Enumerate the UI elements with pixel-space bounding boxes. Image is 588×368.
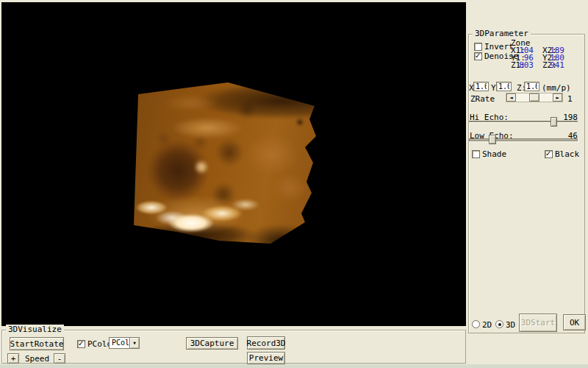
visualize-group-title: 3DVisualize (6, 325, 64, 334)
shade-checkbox[interactable]: ✓ (472, 150, 480, 158)
parameter-groupbox: 3DParameter ✓ Invert ✓ Denoise Zone X1: … (468, 34, 585, 333)
invert-checkbox[interactable]: ✓ (474, 43, 482, 51)
parameter-group-title: 3DParameter (473, 29, 531, 38)
denoise-checkbox[interactable]: ✓ (474, 52, 482, 60)
low-echo-slider-thumb[interactable] (489, 135, 496, 144)
render-viewport[interactable] (1, 2, 466, 326)
zrate-scroll-left-button[interactable]: ◄ (506, 93, 516, 102)
speed-minus-button[interactable]: - (54, 353, 65, 364)
black-label: Black (555, 149, 579, 159)
shade-label: Shade (482, 149, 506, 159)
pcolor-dropdown[interactable]: PColor ▼ (109, 337, 140, 349)
speed-plus-button[interactable]: + (7, 353, 19, 364)
scroll-left-icon: ◄ (509, 95, 512, 101)
zone-z2-value: 941 (548, 60, 564, 70)
invert-label: Invert (484, 42, 514, 52)
window-bottom-edge (0, 364, 588, 368)
mode-3d-radio[interactable] (495, 320, 503, 328)
hi-echo-slider-thumb[interactable] (551, 117, 557, 127)
scale-z-input[interactable] (524, 82, 539, 91)
scale-x-input[interactable] (473, 82, 489, 91)
black-checkbox[interactable]: ✓ (545, 150, 553, 158)
visualize-groupbox: 3DVisualize StartRotate + Speed - ✓ PCol… (1, 330, 466, 364)
check-icon: ✓ (475, 52, 481, 60)
scale-unit-label: (mm/p) (542, 83, 571, 93)
zrate-value: 1 (567, 94, 573, 104)
ultrasound-bright-crescent (129, 78, 320, 250)
zrate-scrollbar[interactable]: ◄ ► (506, 93, 563, 102)
mode-2d-label: 2D (482, 320, 492, 330)
zrate-scroll-thumb[interactable] (529, 93, 539, 102)
mode-3d-label: 3D (506, 320, 515, 330)
radio-dot-icon (498, 323, 501, 326)
hi-echo-slider-track[interactable] (469, 121, 578, 122)
preview-button[interactable]: Preview (247, 352, 285, 364)
zrate-label: ZRate (470, 94, 495, 104)
app-window: 3DParameter ✓ Invert ✓ Denoise Zone X1: … (0, 0, 588, 368)
zone-z1-value: 803 (517, 60, 534, 70)
start3d-button[interactable]: 3DStart (519, 314, 557, 332)
record-3d-button[interactable]: Record3D (247, 336, 285, 350)
dropdown-arrow-icon[interactable]: ▼ (129, 338, 139, 348)
scroll-right-icon: ► (556, 95, 559, 101)
mode-2d-radio[interactable] (472, 320, 480, 328)
check-icon: ✓ (545, 149, 551, 158)
pcolor-checkbox[interactable]: ✓ (77, 340, 85, 348)
low-echo-slider-track[interactable] (469, 138, 578, 141)
zrate-scroll-right-button[interactable]: ► (553, 93, 562, 102)
start-rotate-button[interactable]: StartRotate (10, 337, 64, 350)
capture-3d-button[interactable]: 3DCapture (186, 337, 238, 350)
ultrasound-volume[interactable] (134, 82, 316, 245)
ok-button[interactable]: OK (563, 314, 586, 330)
speed-label: Speed (25, 354, 49, 364)
scale-y-input[interactable] (496, 82, 512, 91)
check-icon: ✓ (78, 339, 84, 347)
